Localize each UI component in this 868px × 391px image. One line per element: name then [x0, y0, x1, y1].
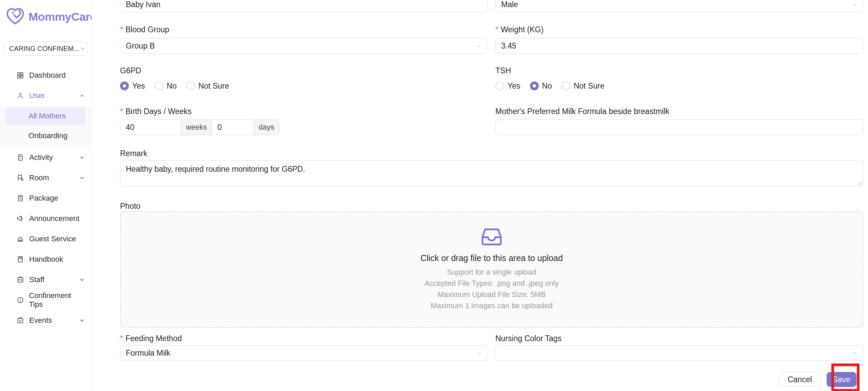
tsh-radio-group: Yes No Not Sure — [495, 81, 863, 90]
baby-details-form: Male * Blood Group * Weight (KG) Grou — [92, 0, 868, 391]
weight-input[interactable] — [495, 38, 863, 54]
sidebar-item-label: Package — [29, 194, 58, 203]
sidebar-subitem-label: Onboarding — [28, 131, 67, 140]
chevron-down-icon — [79, 154, 85, 161]
chevron-down-icon — [79, 175, 85, 181]
radio-unselected-icon — [561, 81, 570, 90]
brand-logo: MommyCare+ — [5, 7, 88, 26]
g6pd-option-not-sure[interactable]: Not Sure — [186, 81, 229, 91]
org-selector-value: CARING CONFINEM... — [9, 45, 79, 53]
sidebar-item-handbook[interactable]: Handbook — [0, 249, 91, 269]
upload-title: Click or drag file to this area to uploa… — [420, 253, 563, 263]
milk-formula-input[interactable] — [495, 119, 863, 135]
photo-upload-dropzone[interactable]: Click or drag file to this area to uploa… — [120, 211, 863, 328]
sidebar-item-announcement[interactable]: Announcement — [0, 208, 91, 229]
user-submenu: All Mothers Onboarding — [0, 106, 91, 147]
sidebar-item-label: Handbook — [29, 255, 63, 264]
sidebar-item-staff[interactable]: Staff — [0, 269, 91, 290]
heart-hand-logo-icon — [5, 7, 25, 26]
photo-label: Photo — [120, 201, 863, 211]
sidebar-item-label: Dashboard — [29, 71, 66, 80]
tsh-option-not-sure[interactable]: Not Sure — [561, 81, 605, 91]
sidebar-item-label: Activity — [29, 153, 53, 162]
sidebar-item-all-mothers[interactable]: All Mothers — [5, 107, 86, 125]
radio-selected-icon — [530, 81, 539, 90]
g6pd-label: G6PD — [120, 66, 488, 76]
sidebar-item-label: Confinement Tips — [29, 291, 85, 309]
user-icon — [16, 92, 24, 100]
g6pd-radio-group: Yes No Not Sure — [120, 81, 488, 90]
chevron-down-icon — [475, 42, 483, 50]
birth-weeks-input[interactable] — [120, 120, 181, 135]
sidebar-item-guest-service[interactable]: Guest Service — [0, 229, 91, 249]
sidebar: MommyCare+ CARING CONFINEM... Dashboard … — [0, 0, 92, 391]
birth-weeks-days-group: weeks days — [120, 119, 279, 135]
events-badge-icon — [16, 316, 24, 324]
chevron-down-icon — [475, 349, 483, 357]
chevron-up-icon — [79, 93, 85, 99]
megaphone-icon — [16, 215, 24, 223]
remark-textarea-wrap: Healthy baby, required routine monitorin… — [120, 160, 863, 188]
chevron-down-icon — [79, 45, 86, 52]
days-unit-addon: days — [254, 120, 279, 135]
radio-unselected-icon — [155, 81, 163, 90]
room-icon — [16, 174, 24, 182]
gender-select-value: Male — [501, 0, 518, 9]
sidebar-menu: Dashboard User All Mothers Onboarding — [0, 65, 91, 331]
sidebar-item-label: Staff — [29, 275, 44, 284]
sidebar-item-confinement-tips[interactable]: Confinement Tips — [0, 290, 91, 310]
remark-textarea[interactable]: Healthy baby, required routine monitorin… — [120, 160, 863, 187]
tsh-option-no[interactable]: No — [530, 81, 552, 91]
sidebar-item-events[interactable]: Events — [0, 310, 91, 331]
tsh-option-yes[interactable]: Yes — [495, 81, 520, 91]
chevron-down-icon — [79, 317, 85, 323]
sidebar-item-package[interactable]: Package — [0, 188, 91, 208]
inbox-upload-icon — [481, 228, 502, 246]
baby-name-input[interactable] — [120, 0, 488, 12]
app-window: MommyCare+ CARING CONFINEM... Dashboard … — [0, 0, 868, 391]
blood-group-select-value: Group B — [126, 41, 155, 51]
upload-hint: Support for a single upload — [425, 266, 559, 278]
form-footer: Cancel Save — [120, 372, 856, 387]
chevron-down-icon — [851, 349, 858, 357]
sidebar-subitem-label: All Mothers — [28, 112, 66, 120]
nursing-color-tags-select[interactable] — [495, 345, 863, 361]
nursing-color-tags-label: Nursing Color Tags — [495, 333, 863, 343]
sidebar-item-label: Announcement — [29, 214, 79, 223]
upload-hint: Maximum Upload File Size: 5MB — [425, 289, 559, 300]
milk-formula-label: Mother's Preferred Milk Formula beside b… — [495, 106, 863, 116]
required-asterisk: * — [120, 333, 123, 343]
g6pd-option-yes[interactable]: Yes — [120, 81, 145, 91]
gender-select[interactable]: Male — [495, 0, 863, 12]
birth-days-weeks-label: * Birth Days / Weeks — [120, 106, 488, 116]
radio-unselected-icon — [495, 81, 504, 90]
sidebar-item-label: Room — [29, 173, 49, 182]
blood-group-select[interactable]: Group B — [120, 38, 488, 54]
sidebar-item-onboarding[interactable]: Onboarding — [0, 126, 91, 145]
save-button[interactable]: Save — [827, 372, 856, 387]
activity-icon — [16, 153, 24, 162]
birth-days-input[interactable] — [212, 120, 253, 135]
id-badge-icon — [16, 276, 24, 284]
upload-hint: Accepted File Types: .png and .jpeg only — [425, 278, 559, 289]
package-icon — [16, 194, 24, 202]
sidebar-item-dashboard[interactable]: Dashboard — [0, 65, 91, 86]
upload-hints: Support for a single upload Accepted Fil… — [425, 266, 559, 311]
g6pd-option-no[interactable]: No — [155, 81, 177, 91]
service-bell-icon — [16, 235, 24, 243]
sidebar-item-user[interactable]: User — [0, 86, 91, 106]
book-icon — [16, 255, 24, 263]
sidebar-item-room[interactable]: Room — [0, 168, 91, 188]
cancel-button[interactable]: Cancel — [779, 372, 821, 387]
feeding-method-select[interactable]: Formula Milk — [120, 345, 488, 361]
org-selector[interactable]: CARING CONFINEM... — [4, 41, 88, 56]
weeks-unit-addon: weeks — [181, 120, 212, 135]
required-asterisk: * — [495, 24, 498, 35]
tsh-label: TSH — [495, 66, 863, 76]
sidebar-item-activity[interactable]: Activity — [0, 147, 91, 168]
weight-label: * Weight (KG) — [495, 24, 863, 35]
radio-unselected-icon — [186, 81, 195, 90]
feeding-method-select-value: Formula Milk — [126, 349, 171, 358]
remark-label: Remark — [120, 148, 863, 159]
chevron-down-icon — [851, 1, 858, 8]
